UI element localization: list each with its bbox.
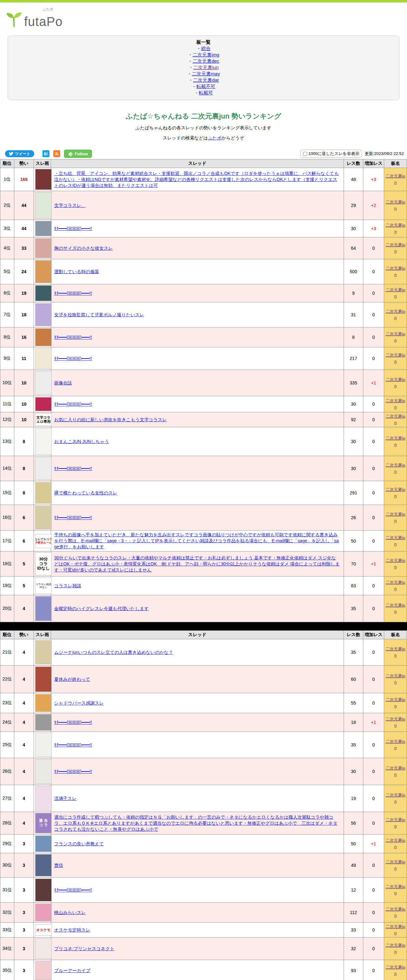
board-name-link[interactable]: 二次元裏jun: [385, 200, 405, 211]
thread-thumbnail[interactable]: [35, 667, 52, 692]
thread-thumbnail[interactable]: [35, 371, 52, 395]
board-name-link[interactable]: 二次元裏jun: [385, 673, 405, 685]
thread-thumbnail[interactable]: [35, 260, 52, 283]
thread-thumbnail[interactable]: 30分コラIDなし: [35, 552, 52, 575]
thread-thumbnail[interactable]: [35, 961, 52, 980]
thread-link[interactable]: プリコネ:プリンセスコネクト: [54, 946, 114, 951]
feedly-follow-button[interactable]: Follow: [64, 150, 92, 158]
thread-thumbnail[interactable]: [35, 694, 52, 712]
board-name-link[interactable]: 二次元裏jun: [385, 512, 405, 523]
thread-link[interactable]: 画像会話: [54, 380, 72, 385]
thread-thumbnail[interactable]: [35, 192, 52, 219]
board-name-link[interactable]: 二次元裏jun: [385, 309, 405, 320]
thread-thumbnail[interactable]: [35, 733, 52, 757]
thread-link[interactable]: ・立ち絵、背景、アイコン、効果など素材総合スレ・支援歓迎、既出／コラ／合成もOK…: [54, 171, 339, 188]
thread-link[interactable]: 30分ぐらいで出来そうなコラのスレ・大量の依頼やマルチ依頼は禁止です・お礼は必ず…: [54, 555, 340, 573]
board-name-link[interactable]: 二次元裏jun: [385, 697, 405, 708]
thread-link[interactable]: 胸のサイズの小さな彼女スレ: [54, 246, 113, 251]
board-name-link[interactable]: 二次元裏jun: [385, 398, 405, 409]
board-name-link[interactable]: 二次元裏jun: [385, 223, 405, 234]
thread-link[interactable]: 女児を拉致監禁して児童ポルノ撮りたいスレ: [54, 312, 144, 317]
board-link-4[interactable]: 二次元裏may: [192, 71, 220, 76]
thread-link[interactable]: 流璃子スレ: [54, 796, 77, 801]
board-name-link[interactable]: 二次元裏jun: [385, 463, 405, 474]
thread-thumbnail[interactable]: [35, 482, 52, 504]
thread-link[interactable]: ｷﾀ━━━(☒☒☒)━━━!!: [54, 742, 92, 747]
board-name-link[interactable]: 二次元裏jun: [385, 907, 405, 918]
hide-reached-threads-control[interactable]: 1000に達したスレを非表示: [300, 150, 362, 158]
thread-link[interactable]: ｷﾀ━━━(☒☒☒)━━━!!: [54, 226, 92, 231]
thread-thumbnail[interactable]: なんでもコラIP表示ルール: [35, 534, 52, 548]
board-name-link[interactable]: 二次元裏jun: [385, 174, 405, 185]
thread-link[interactable]: オスケモ定時スレ: [54, 928, 91, 932]
board-name-link[interactable]: 二次元裏jun: [385, 266, 405, 277]
thread-thumbnail[interactable]: [35, 506, 52, 529]
thread-link[interactable]: 金曜定時のハイグレスレ今週も代理いたします: [54, 606, 149, 611]
thread-thumbnail[interactable]: [35, 348, 52, 369]
thread-link[interactable]: ｷﾀ━━━(☒☒☒)━━━!!: [54, 291, 92, 296]
thread-link[interactable]: フランスの良い所教えて: [54, 841, 104, 846]
hide-reached-threads-checkbox[interactable]: [303, 152, 307, 156]
thread-thumbnail[interactable]: [35, 904, 52, 921]
thread-link[interactable]: 裸で横たわっている女性のスレ: [54, 490, 117, 495]
thread-thumbnail[interactable]: [35, 596, 52, 621]
board-link-0[interactable]: 総合: [201, 46, 211, 51]
board-name-link[interactable]: 二次元裏jun: [385, 965, 405, 976]
board-name-link[interactable]: 二次元裏jun: [385, 487, 405, 498]
board-name-link[interactable]: 二次元裏jun: [385, 943, 405, 954]
thread-link[interactable]: コラスレ雑談: [54, 583, 81, 588]
board-name-link[interactable]: 二次元裏jun: [385, 647, 405, 658]
board-name-link[interactable]: 二次元裏jun: [385, 884, 405, 896]
board-name-link[interactable]: 二次元裏jun: [385, 924, 405, 935]
thread-link[interactable]: ｷﾀ━━━(☒☒☒)━━━!!: [54, 466, 92, 471]
site-logo[interactable]: futaPo: [6, 10, 407, 28]
futapo-link[interactable]: ふたポ: [208, 135, 221, 140]
thread-link[interactable]: 手持ちの画像へ手を加えていただき、新たな魅力を生み出すスレですコラ画像の貼りつけ…: [54, 532, 339, 549]
thread-thumbnail[interactable]: [35, 285, 52, 301]
thread-link[interactable]: 適当にコラ作成して暇つぶしても・依頼の指定はＮＧ「お願いします」の一言のみで・ネ…: [54, 815, 338, 832]
thread-thumbnail[interactable]: [35, 169, 52, 190]
thread-link[interactable]: ムジーナjunいつものスレ立ての人は書き込めないのかな？: [54, 650, 173, 655]
rss-button[interactable]: [53, 150, 60, 157]
board-link-6[interactable]: 転載不可: [197, 84, 216, 89]
thread-link[interactable]: ｷﾀ━━━(☒☒☒)━━━!!: [54, 356, 92, 361]
thread-thumbnail[interactable]: [35, 221, 52, 236]
thread-thumbnail[interactable]: [35, 878, 52, 901]
thread-thumbnail[interactable]: [35, 428, 52, 455]
thread-link[interactable]: ｷﾀ━━━(☒☒☒)━━━!!: [54, 888, 92, 892]
board-name-link[interactable]: 二次元裏jun: [385, 242, 405, 253]
thread-thumbnail[interactable]: [35, 397, 52, 411]
thread-link[interactable]: ｷﾀ━━━(☒☒☒)━━━!!: [54, 515, 92, 520]
board-name-link[interactable]: 二次元裏jun: [385, 766, 405, 777]
board-link-2[interactable]: 二次元裏dec: [192, 58, 219, 64]
thread-link[interactable]: 夏休みが終わって: [54, 677, 91, 682]
board-name-link[interactable]: 二次元裏jun: [385, 288, 405, 299]
thread-thumbnail[interactable]: [35, 786, 52, 811]
board-name-link[interactable]: 二次元裏jun: [385, 353, 405, 364]
thread-thumbnail[interactable]: [35, 303, 52, 326]
board-name-link[interactable]: 二次元裏jun: [385, 580, 405, 591]
thread-link[interactable]: ｷﾀ━━━(☒☒☒)━━━!!: [54, 720, 92, 725]
board-name-link[interactable]: 二次元裏jun: [385, 717, 405, 728]
thread-link[interactable]: お気に入りの絵に新しい息吹を吹きこもう文字コラスレ: [54, 417, 167, 422]
thread-link[interactable]: シャドウバース感謝スレ: [54, 700, 104, 706]
thread-link[interactable]: ｷﾀ━━━(☒☒☒)━━━!!: [54, 402, 92, 407]
thread-link[interactable]: おまんこJUN JUNしちゃう: [54, 439, 109, 444]
thread-thumbnail[interactable]: 適 当コ ラ: [35, 813, 52, 833]
thread-thumbnail[interactable]: オスケモ: [35, 924, 52, 935]
board-link-5[interactable]: 二次元裏dat: [193, 77, 219, 83]
thread-link[interactable]: ブルーアーカイブ: [54, 968, 91, 973]
thread-link[interactable]: 桃山みらいスレ: [54, 910, 86, 915]
thread-thumbnail[interactable]: [35, 759, 52, 784]
thread-thumbnail[interactable]: [35, 640, 52, 664]
hatena-bookmark-button[interactable]: B!: [43, 150, 49, 157]
board-link-1[interactable]: 二次元裏img: [192, 52, 219, 57]
board-name-link[interactable]: 二次元裏jun: [385, 859, 405, 871]
thread-link[interactable]: 文字コラスレ。: [54, 203, 86, 208]
thread-thumbnail[interactable]: [35, 714, 52, 730]
thread-link[interactable]: ｷﾀ━━━(☒☒☒)━━━!!: [54, 335, 92, 340]
thread-thumbnail[interactable]: [35, 939, 52, 959]
board-name-link[interactable]: 二次元裏jun: [385, 739, 405, 750]
board-name-link[interactable]: 二次元裏jun: [385, 838, 405, 849]
board-name-link[interactable]: 二次元裏jun: [385, 535, 405, 546]
